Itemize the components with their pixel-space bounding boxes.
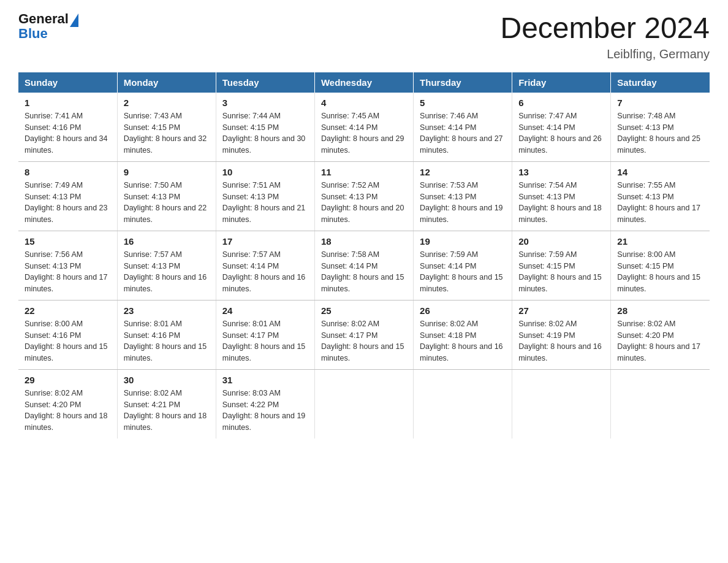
day-number: 28 [617,305,703,316]
day-number: 24 [222,305,308,316]
calendar-table: SundayMondayTuesdayWednesdayThursdayFrid… [18,72,710,439]
day-number: 21 [617,236,703,247]
calendar-cell: 18 Sunrise: 7:58 AM Sunset: 4:14 PM Dayl… [314,231,413,300]
calendar-cell: 27 Sunrise: 8:02 AM Sunset: 4:19 PM Dayl… [512,300,611,369]
day-info: Sunrise: 7:57 AM Sunset: 4:14 PM Dayligh… [222,249,308,295]
day-number: 25 [321,305,407,316]
day-info: Sunrise: 7:57 AM Sunset: 4:13 PM Dayligh… [124,249,210,295]
col-header-friday: Friday [512,72,611,93]
calendar-cell: 8 Sunrise: 7:49 AM Sunset: 4:13 PM Dayli… [18,161,117,231]
calendar-cell: 6 Sunrise: 7:47 AM Sunset: 4:14 PM Dayli… [512,93,611,162]
calendar-cell: 21 Sunrise: 8:00 AM Sunset: 4:15 PM Dayl… [611,231,710,300]
day-info: Sunrise: 7:59 AM Sunset: 4:15 PM Dayligh… [518,249,604,295]
day-number: 2 [124,98,210,108]
day-number: 12 [420,167,506,177]
col-header-wednesday: Wednesday [314,72,413,93]
calendar-cell: 4 Sunrise: 7:45 AM Sunset: 4:14 PM Dayli… [314,93,413,162]
day-number: 7 [617,98,703,108]
day-info: Sunrise: 8:02 AM Sunset: 4:21 PM Dayligh… [124,388,210,434]
calendar-cell: 26 Sunrise: 8:02 AM Sunset: 4:18 PM Dayl… [414,300,512,369]
calendar-cell: 12 Sunrise: 7:53 AM Sunset: 4:13 PM Dayl… [414,161,512,231]
day-number: 31 [222,375,308,385]
calendar-cell: 13 Sunrise: 7:54 AM Sunset: 4:13 PM Dayl… [512,161,611,231]
calendar-cell: 30 Sunrise: 8:02 AM Sunset: 4:21 PM Dayl… [117,369,216,439]
day-info: Sunrise: 7:54 AM Sunset: 4:13 PM Dayligh… [518,180,604,226]
day-info: Sunrise: 7:52 AM Sunset: 4:13 PM Dayligh… [321,180,407,226]
calendar-cell: 7 Sunrise: 7:48 AM Sunset: 4:13 PM Dayli… [611,93,710,162]
day-info: Sunrise: 7:51 AM Sunset: 4:13 PM Dayligh… [222,180,308,226]
calendar-cell: 9 Sunrise: 7:50 AM Sunset: 4:13 PM Dayli… [117,161,216,231]
calendar-cell: 28 Sunrise: 8:02 AM Sunset: 4:20 PM Dayl… [611,300,710,369]
day-number: 16 [124,236,210,247]
calendar-cell: 14 Sunrise: 7:55 AM Sunset: 4:13 PM Dayl… [611,161,710,231]
day-number: 30 [124,375,210,385]
day-number: 22 [25,305,111,316]
day-info: Sunrise: 7:50 AM Sunset: 4:13 PM Dayligh… [124,180,210,226]
logo-general-text: General [18,12,69,26]
day-info: Sunrise: 7:58 AM Sunset: 4:14 PM Dayligh… [321,249,407,295]
day-info: Sunrise: 8:02 AM Sunset: 4:20 PM Dayligh… [617,318,703,364]
title-area: December 2024 Leiblfing, Germany [500,12,710,61]
calendar-cell: 15 Sunrise: 7:56 AM Sunset: 4:13 PM Dayl… [18,231,117,300]
calendar-cell: 16 Sunrise: 7:57 AM Sunset: 4:13 PM Dayl… [117,231,216,300]
day-info: Sunrise: 7:59 AM Sunset: 4:14 PM Dayligh… [420,249,506,295]
day-info: Sunrise: 7:49 AM Sunset: 4:13 PM Dayligh… [25,180,111,226]
col-header-sunday: Sunday [18,72,117,93]
day-number: 18 [321,236,407,247]
day-number: 9 [124,167,210,177]
month-title: December 2024 [500,12,710,45]
day-info: Sunrise: 7:41 AM Sunset: 4:16 PM Dayligh… [25,110,111,156]
day-number: 29 [25,375,111,385]
logo-blue-text: Blue [18,27,78,40]
calendar-cell: 17 Sunrise: 7:57 AM Sunset: 4:14 PM Dayl… [216,231,314,300]
calendar-cell: 20 Sunrise: 7:59 AM Sunset: 4:15 PM Dayl… [512,231,611,300]
day-number: 13 [518,167,604,177]
day-number: 5 [420,98,506,108]
day-number: 14 [617,167,703,177]
calendar-week-row: 15 Sunrise: 7:56 AM Sunset: 4:13 PM Dayl… [18,231,710,300]
calendar-cell: 10 Sunrise: 7:51 AM Sunset: 4:13 PM Dayl… [216,161,314,231]
day-number: 27 [518,305,604,316]
day-number: 6 [518,98,604,108]
col-header-monday: Monday [117,72,216,93]
calendar-cell: 5 Sunrise: 7:46 AM Sunset: 4:14 PM Dayli… [414,93,512,162]
day-number: 4 [321,98,407,108]
calendar-cell: 11 Sunrise: 7:52 AM Sunset: 4:13 PM Dayl… [314,161,413,231]
day-info: Sunrise: 8:00 AM Sunset: 4:16 PM Dayligh… [25,318,111,364]
calendar-week-row: 22 Sunrise: 8:00 AM Sunset: 4:16 PM Dayl… [18,300,710,369]
col-header-tuesday: Tuesday [216,72,314,93]
calendar-cell: 22 Sunrise: 8:00 AM Sunset: 4:16 PM Dayl… [18,300,117,369]
day-info: Sunrise: 7:46 AM Sunset: 4:14 PM Dayligh… [420,110,506,156]
calendar-cell [414,369,512,439]
day-number: 15 [25,236,111,247]
day-number: 23 [124,305,210,316]
day-info: Sunrise: 7:56 AM Sunset: 4:13 PM Dayligh… [25,249,111,295]
day-info: Sunrise: 7:45 AM Sunset: 4:14 PM Dayligh… [321,110,407,156]
page-header: General Blue December 2024 Leiblfing, Ge… [18,12,710,61]
day-info: Sunrise: 8:02 AM Sunset: 4:20 PM Dayligh… [25,388,111,434]
calendar-cell: 19 Sunrise: 7:59 AM Sunset: 4:14 PM Dayl… [414,231,512,300]
day-info: Sunrise: 8:02 AM Sunset: 4:19 PM Dayligh… [518,318,604,364]
day-number: 3 [222,98,308,108]
calendar-week-row: 29 Sunrise: 8:02 AM Sunset: 4:20 PM Dayl… [18,369,710,439]
calendar-cell: 31 Sunrise: 8:03 AM Sunset: 4:22 PM Dayl… [216,369,314,439]
day-info: Sunrise: 8:01 AM Sunset: 4:16 PM Dayligh… [124,318,210,364]
day-number: 17 [222,236,308,247]
day-info: Sunrise: 7:55 AM Sunset: 4:13 PM Dayligh… [617,180,703,226]
calendar-cell: 24 Sunrise: 8:01 AM Sunset: 4:17 PM Dayl… [216,300,314,369]
calendar-cell: 29 Sunrise: 8:02 AM Sunset: 4:20 PM Dayl… [18,369,117,439]
day-number: 10 [222,167,308,177]
day-number: 8 [25,167,111,177]
day-number: 19 [420,236,506,247]
logo-triangle-icon [70,13,78,27]
day-info: Sunrise: 8:03 AM Sunset: 4:22 PM Dayligh… [222,388,308,434]
calendar-cell: 2 Sunrise: 7:43 AM Sunset: 4:15 PM Dayli… [117,93,216,162]
calendar-cell: 3 Sunrise: 7:44 AM Sunset: 4:15 PM Dayli… [216,93,314,162]
day-info: Sunrise: 7:53 AM Sunset: 4:13 PM Dayligh… [420,180,506,226]
day-info: Sunrise: 8:01 AM Sunset: 4:17 PM Dayligh… [222,318,308,364]
day-info: Sunrise: 8:02 AM Sunset: 4:17 PM Dayligh… [321,318,407,364]
calendar-week-row: 1 Sunrise: 7:41 AM Sunset: 4:16 PM Dayli… [18,93,710,162]
calendar-header-row: SundayMondayTuesdayWednesdayThursdayFrid… [18,72,710,93]
calendar-cell [611,369,710,439]
calendar-cell: 25 Sunrise: 8:02 AM Sunset: 4:17 PM Dayl… [314,300,413,369]
